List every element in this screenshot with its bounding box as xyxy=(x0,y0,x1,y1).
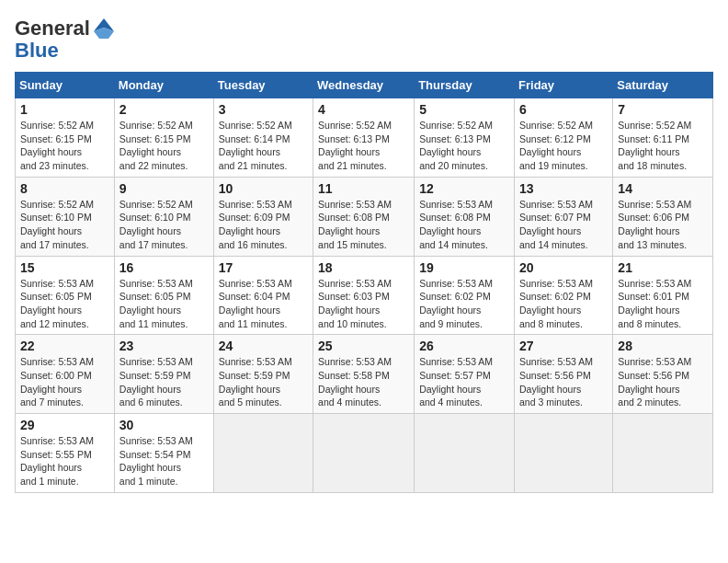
day-number: 16 xyxy=(119,260,209,275)
weekday-header-thursday: Thursday xyxy=(415,73,515,98)
calendar-week-4: 22Sunrise: 5:53 AMSunset: 6:00 PMDayligh… xyxy=(16,335,713,414)
logo-icon xyxy=(90,15,118,42)
calendar-week-2: 8Sunrise: 5:52 AMSunset: 6:10 PMDaylight… xyxy=(16,177,713,256)
calendar-day: 10Sunrise: 5:53 AMSunset: 6:09 PMDayligh… xyxy=(213,177,313,256)
day-info: Sunrise: 5:53 AMSunset: 6:05 PMDaylight … xyxy=(20,278,94,329)
day-info: Sunrise: 5:52 AMSunset: 6:14 PMDaylight … xyxy=(219,120,292,171)
calendar-day xyxy=(213,414,313,493)
calendar-day: 27Sunrise: 5:53 AMSunset: 5:56 PMDayligh… xyxy=(515,335,613,414)
day-info: Sunrise: 5:53 AMSunset: 5:56 PMDaylight … xyxy=(519,356,593,408)
calendar-day: 12Sunrise: 5:53 AMSunset: 6:08 PMDayligh… xyxy=(415,177,515,256)
calendar-day: 6Sunrise: 5:52 AMSunset: 6:12 PMDaylight… xyxy=(515,98,613,178)
day-number: 20 xyxy=(519,260,608,275)
day-number: 2 xyxy=(119,102,209,117)
day-number: 30 xyxy=(119,418,209,432)
day-number: 17 xyxy=(219,260,308,275)
calendar-day: 19Sunrise: 5:53 AMSunset: 6:02 PMDayligh… xyxy=(415,256,515,335)
day-info: Sunrise: 5:52 AMSunset: 6:10 PMDaylight … xyxy=(119,199,193,250)
calendar-day: 18Sunrise: 5:53 AMSunset: 6:03 PMDayligh… xyxy=(313,256,415,335)
day-info: Sunrise: 5:53 AMSunset: 6:07 PMDaylight … xyxy=(519,199,593,250)
calendar-day: 24Sunrise: 5:53 AMSunset: 5:59 PMDayligh… xyxy=(213,335,313,414)
day-info: Sunrise: 5:52 AMSunset: 6:13 PMDaylight … xyxy=(419,120,493,171)
day-info: Sunrise: 5:53 AMSunset: 6:09 PMDaylight … xyxy=(219,199,292,250)
calendar-day: 28Sunrise: 5:53 AMSunset: 5:56 PMDayligh… xyxy=(613,335,713,414)
weekday-header-tuesday: Tuesday xyxy=(213,73,313,98)
day-number: 3 xyxy=(219,102,308,117)
day-info: Sunrise: 5:52 AMSunset: 6:11 PMDaylight … xyxy=(618,120,691,171)
day-info: Sunrise: 5:53 AMSunset: 6:08 PMDaylight … xyxy=(318,199,392,250)
day-info: Sunrise: 5:53 AMSunset: 5:59 PMDaylight … xyxy=(119,356,193,408)
calendar-day: 15Sunrise: 5:53 AMSunset: 6:05 PMDayligh… xyxy=(16,256,115,335)
calendar-day: 20Sunrise: 5:53 AMSunset: 6:02 PMDayligh… xyxy=(515,256,613,335)
day-number: 7 xyxy=(618,102,708,117)
day-number: 12 xyxy=(419,181,509,196)
calendar-day: 26Sunrise: 5:53 AMSunset: 5:57 PMDayligh… xyxy=(415,335,515,414)
calendar-day: 17Sunrise: 5:53 AMSunset: 6:04 PMDayligh… xyxy=(213,256,313,335)
calendar-day xyxy=(415,414,515,493)
calendar-day: 29Sunrise: 5:53 AMSunset: 5:55 PMDayligh… xyxy=(16,414,115,493)
day-info: Sunrise: 5:53 AMSunset: 5:55 PMDaylight … xyxy=(20,435,94,487)
calendar-day: 22Sunrise: 5:53 AMSunset: 6:00 PMDayligh… xyxy=(16,335,115,414)
weekday-header-sunday: Sunday xyxy=(16,73,115,98)
day-info: Sunrise: 5:52 AMSunset: 6:12 PMDaylight … xyxy=(519,120,593,171)
weekday-header-row: SundayMondayTuesdayWednesdayThursdayFrid… xyxy=(16,73,713,98)
calendar-day: 1Sunrise: 5:52 AMSunset: 6:15 PMDaylight… xyxy=(16,98,115,178)
calendar-day: 5Sunrise: 5:52 AMSunset: 6:13 PMDaylight… xyxy=(415,98,515,178)
calendar-day: 25Sunrise: 5:53 AMSunset: 5:58 PMDayligh… xyxy=(313,335,415,414)
day-info: Sunrise: 5:52 AMSunset: 6:15 PMDaylight … xyxy=(119,120,193,171)
day-info: Sunrise: 5:53 AMSunset: 6:06 PMDaylight … xyxy=(618,199,691,250)
day-number: 25 xyxy=(318,339,409,353)
calendar-day xyxy=(313,414,415,493)
day-number: 1 xyxy=(20,102,109,117)
day-number: 24 xyxy=(219,339,308,353)
day-info: Sunrise: 5:53 AMSunset: 6:03 PMDaylight … xyxy=(318,278,392,329)
calendar-day: 3Sunrise: 5:52 AMSunset: 6:14 PMDaylight… xyxy=(213,98,313,178)
calendar-day: 9Sunrise: 5:52 AMSunset: 6:10 PMDaylight… xyxy=(114,177,213,256)
calendar-day: 4Sunrise: 5:52 AMSunset: 6:13 PMDaylight… xyxy=(313,98,415,178)
day-number: 19 xyxy=(419,260,509,275)
calendar-day: 11Sunrise: 5:53 AMSunset: 6:08 PMDayligh… xyxy=(313,177,415,256)
calendar-day: 13Sunrise: 5:53 AMSunset: 6:07 PMDayligh… xyxy=(515,177,613,256)
day-info: Sunrise: 5:53 AMSunset: 6:00 PMDaylight … xyxy=(20,356,94,408)
calendar-day: 23Sunrise: 5:53 AMSunset: 5:59 PMDayligh… xyxy=(114,335,213,414)
day-number: 23 xyxy=(119,339,209,353)
logo: General Blue xyxy=(15,15,118,63)
day-number: 6 xyxy=(519,102,608,117)
day-number: 14 xyxy=(618,181,708,196)
day-info: Sunrise: 5:52 AMSunset: 6:15 PMDaylight … xyxy=(20,120,94,171)
day-info: Sunrise: 5:52 AMSunset: 6:10 PMDaylight … xyxy=(20,199,94,250)
day-number: 9 xyxy=(119,181,209,196)
day-number: 28 xyxy=(618,339,708,353)
page-header: General Blue xyxy=(15,15,713,63)
day-number: 26 xyxy=(419,339,509,353)
day-info: Sunrise: 5:53 AMSunset: 5:58 PMDaylight … xyxy=(318,356,392,408)
day-info: Sunrise: 5:53 AMSunset: 6:08 PMDaylight … xyxy=(419,199,493,250)
calendar-day xyxy=(515,414,613,493)
day-number: 5 xyxy=(419,102,509,117)
weekday-header-wednesday: Wednesday xyxy=(313,73,415,98)
calendar-day: 30Sunrise: 5:53 AMSunset: 5:54 PMDayligh… xyxy=(114,414,213,493)
day-number: 11 xyxy=(318,181,409,196)
day-info: Sunrise: 5:52 AMSunset: 6:13 PMDaylight … xyxy=(318,120,392,171)
day-info: Sunrise: 5:53 AMSunset: 5:57 PMDaylight … xyxy=(419,356,493,408)
calendar-day: 7Sunrise: 5:52 AMSunset: 6:11 PMDaylight… xyxy=(613,98,713,178)
calendar-week-3: 15Sunrise: 5:53 AMSunset: 6:05 PMDayligh… xyxy=(16,256,713,335)
day-number: 21 xyxy=(618,260,708,275)
day-info: Sunrise: 5:53 AMSunset: 5:56 PMDaylight … xyxy=(618,356,691,408)
calendar-day: 8Sunrise: 5:52 AMSunset: 6:10 PMDaylight… xyxy=(16,177,115,256)
day-number: 29 xyxy=(20,418,109,432)
day-info: Sunrise: 5:53 AMSunset: 6:01 PMDaylight … xyxy=(618,278,691,329)
day-number: 27 xyxy=(519,339,608,353)
day-info: Sunrise: 5:53 AMSunset: 6:05 PMDaylight … xyxy=(119,278,193,329)
day-number: 13 xyxy=(519,181,608,196)
day-info: Sunrise: 5:53 AMSunset: 6:04 PMDaylight … xyxy=(219,278,292,329)
calendar-day: 14Sunrise: 5:53 AMSunset: 6:06 PMDayligh… xyxy=(613,177,713,256)
calendar-table: SundayMondayTuesdayWednesdayThursdayFrid… xyxy=(15,72,713,493)
day-info: Sunrise: 5:53 AMSunset: 6:02 PMDaylight … xyxy=(419,278,493,329)
calendar-week-1: 1Sunrise: 5:52 AMSunset: 6:15 PMDaylight… xyxy=(16,98,713,178)
calendar-day: 21Sunrise: 5:53 AMSunset: 6:01 PMDayligh… xyxy=(613,256,713,335)
day-info: Sunrise: 5:53 AMSunset: 5:54 PMDaylight … xyxy=(119,435,193,487)
weekday-header-saturday: Saturday xyxy=(613,73,713,98)
day-number: 22 xyxy=(20,339,109,353)
calendar-week-5: 29Sunrise: 5:53 AMSunset: 5:55 PMDayligh… xyxy=(16,414,713,493)
